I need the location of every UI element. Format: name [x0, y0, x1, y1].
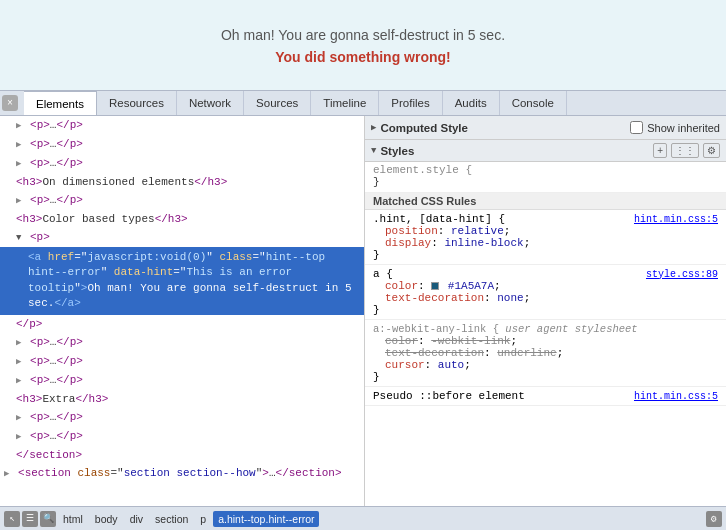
show-inherited-label[interactable]: Show inherited: [630, 121, 720, 134]
css-file-pseudo[interactable]: hint.min.css:5: [634, 391, 718, 402]
css-selector-hint: .hint, [data-hint] {: [373, 213, 505, 225]
list-icon[interactable]: ☰: [22, 511, 38, 527]
tab-console[interactable]: Console: [500, 91, 567, 115]
dom-line[interactable]: <h3>Color based types</h3>: [0, 210, 364, 228]
styles-label: Styles: [380, 145, 653, 157]
dom-line[interactable]: </section>: [0, 446, 364, 464]
add-style-button[interactable]: +: [653, 143, 667, 158]
css-prop-text-decoration: text-decoration: none;: [373, 292, 718, 304]
breadcrumb-div[interactable]: div: [125, 511, 148, 527]
preview-line2: You did something wrong!: [275, 49, 451, 65]
dom-line[interactable]: ▶ <p>…</p>: [0, 427, 364, 446]
breadcrumb-p[interactable]: p: [195, 511, 211, 527]
dom-line[interactable]: ▶ <p>…</p>: [0, 191, 364, 210]
computed-triangle-icon: ▶: [371, 122, 376, 133]
css-file-hint[interactable]: hint.min.css:5: [634, 214, 718, 225]
show-inherited-text: Show inherited: [647, 122, 720, 134]
search-icon[interactable]: 🔍: [40, 511, 56, 527]
computed-style-bar: ▶ Computed Style Show inherited: [365, 116, 726, 140]
styles-bar: ▼ Styles + ⋮⋮ ⚙: [365, 140, 726, 162]
dom-line[interactable]: ▶ <p>…</p>: [0, 371, 364, 390]
css-rule-hint-close: }: [373, 249, 718, 261]
tab-timeline[interactable]: Timeline: [311, 91, 379, 115]
dom-line[interactable]: <h3>Extra</h3>: [0, 390, 364, 408]
dom-line[interactable]: ▶ <p>…</p>: [0, 116, 364, 135]
dom-line[interactable]: </p>: [0, 315, 364, 333]
dom-line[interactable]: ▶ <section class="section section--how">…: [0, 464, 364, 483]
element-style-block: element.style { }: [365, 162, 726, 193]
dom-panel: ▶ <p>…</p> ▶ <p>…</p> ▶ <p>…</p> <h3>On …: [0, 116, 365, 506]
dom-line[interactable]: ▶ <p>…</p>: [0, 154, 364, 173]
devtools-tabs: × Elements Resources Network Sources Tim…: [0, 90, 726, 116]
css-rule-hint-header: .hint, [data-hint] { hint.min.css:5: [373, 213, 718, 225]
preview-area: Oh man! You are gonna self-destruct in 5…: [0, 0, 726, 90]
tab-sources[interactable]: Sources: [244, 91, 311, 115]
css-rule-ua-header: a:-webkit-any-link { user agent styleshe…: [373, 323, 718, 335]
cursor-icon[interactable]: ↖: [4, 511, 20, 527]
dom-line[interactable]: ▶ <p>…</p>: [0, 408, 364, 427]
styles-triangle-icon: ▼: [371, 146, 376, 156]
tab-audits[interactable]: Audits: [443, 91, 500, 115]
tab-profiles[interactable]: Profiles: [379, 91, 442, 115]
css-prop-display: display: inline-block;: [373, 237, 718, 249]
css-rule-hint: .hint, [data-hint] { hint.min.css:5 posi…: [365, 210, 726, 265]
css-prop-ua-color: color: -webkit-link;: [373, 335, 718, 347]
computed-style-label: Computed Style: [380, 122, 630, 134]
css-prop-position: position: relative;: [373, 225, 718, 237]
breadcrumb-section[interactable]: section: [150, 511, 193, 527]
tab-resources[interactable]: Resources: [97, 91, 177, 115]
css-prop-ua-cursor: cursor: auto;: [373, 359, 718, 371]
styles-actions: + ⋮⋮ ⚙: [653, 143, 720, 158]
dom-line[interactable]: ▶ <p>…</p>: [0, 333, 364, 352]
devtools-body: ▶ <p>…</p> ▶ <p>…</p> ▶ <p>…</p> <h3>On …: [0, 116, 726, 506]
css-rule-a-header: a { style.css:89: [373, 268, 718, 280]
css-rule-ua-close: }: [373, 371, 718, 383]
breadcrumb-bar: ↖ ☰ 🔍 html body div section p a.hint--to…: [0, 506, 726, 530]
dom-line[interactable]: ▶ <p>…</p>: [0, 135, 364, 154]
color-swatch: [431, 282, 439, 290]
css-rule-pseudo-header: Pseudo ::before element hint.min.css:5: [373, 390, 718, 402]
dom-line[interactable]: <h3>On dimensioned elements</h3>: [0, 173, 364, 191]
tab-network[interactable]: Network: [177, 91, 244, 115]
css-prop-color: color: #1A5A7A;: [373, 280, 718, 292]
gear-icon[interactable]: ⚙: [706, 511, 722, 527]
breadcrumb-a[interactable]: a.hint--top.hint--error: [213, 511, 319, 527]
css-rule-ua: a:-webkit-any-link { user agent styleshe…: [365, 320, 726, 387]
css-selector-pseudo: Pseudo ::before element: [373, 390, 525, 402]
close-button[interactable]: ×: [2, 95, 18, 111]
breadcrumb-body[interactable]: body: [90, 511, 123, 527]
matched-css-rules-header: Matched CSS Rules: [365, 193, 726, 210]
dom-line-selected[interactable]: <a href="javascript:void(0)" class="hint…: [0, 247, 364, 315]
settings-style-button[interactable]: ⚙: [703, 143, 720, 158]
element-style-brace: }: [373, 176, 380, 188]
breadcrumb-html[interactable]: html: [58, 511, 88, 527]
css-prop-ua-text-decoration: text-decoration: underline;: [373, 347, 718, 359]
css-selector-ua: a:-webkit-any-link { user agent styleshe…: [373, 323, 638, 335]
css-file-a[interactable]: style.css:89: [646, 269, 718, 280]
preview-line1: Oh man! You are gonna self-destruct in 5…: [221, 27, 505, 43]
css-rule-pseudo: Pseudo ::before element hint.min.css:5: [365, 387, 726, 406]
css-rule-a: a { style.css:89 color: #1A5A7A; text-de…: [365, 265, 726, 320]
dom-line[interactable]: ▼ <p>: [0, 228, 364, 247]
tab-elements[interactable]: Elements: [24, 91, 97, 115]
element-style-selector: element.style {: [373, 164, 472, 176]
show-inherited-checkbox[interactable]: [630, 121, 643, 134]
css-rule-a-close: }: [373, 304, 718, 316]
css-selector-a: a {: [373, 268, 393, 280]
dom-line[interactable]: ▶ <p>…</p>: [0, 352, 364, 371]
styles-panel: ▶ Computed Style Show inherited ▼ Styles…: [365, 116, 726, 506]
toggle-style-button[interactable]: ⋮⋮: [671, 143, 699, 158]
